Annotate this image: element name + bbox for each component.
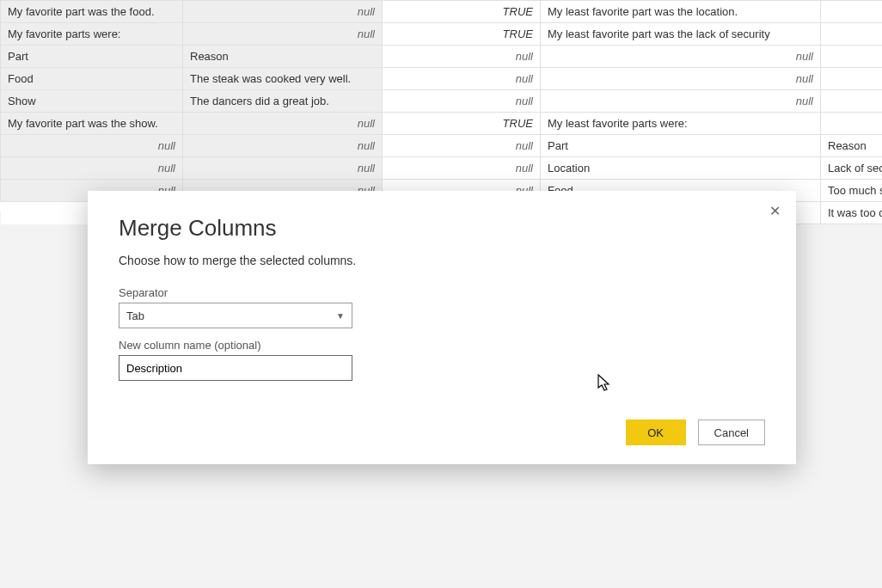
- cell[interactable]: null: [383, 68, 541, 90]
- new-column-input[interactable]: [119, 355, 352, 381]
- cell[interactable]: null: [183, 113, 383, 135]
- cell[interactable]: Reason: [183, 46, 383, 68]
- cell[interactable]: The dancers did a great job.: [183, 90, 383, 113]
- table-row[interactable]: My favorite part was the show.nullTRUEMy…: [1, 113, 883, 135]
- cell[interactable]: My least favorite part was the location.: [541, 1, 821, 23]
- separator-select[interactable]: Tab ▼: [119, 303, 352, 328]
- cell[interactable]: null: [383, 90, 541, 113]
- cancel-button[interactable]: Cancel: [698, 420, 765, 445]
- dialog-subtitle: Choose how to merge the selected columns…: [119, 254, 765, 267]
- chevron-down-icon: ▼: [336, 311, 345, 321]
- cell[interactable]: It was too cold: [821, 202, 883, 224]
- cell[interactable]: My least favorite parts were:: [541, 113, 821, 135]
- cell[interactable]: null: [1, 135, 183, 157]
- cell[interactable]: Part: [541, 135, 821, 157]
- cell[interactable]: null: [183, 23, 383, 46]
- cell[interactable]: null: [183, 1, 383, 23]
- ok-button[interactable]: OK: [626, 420, 686, 445]
- cell[interactable]: TRUE: [383, 23, 541, 46]
- cell[interactable]: null: [541, 68, 821, 90]
- table-row[interactable]: FoodThe steak was cooked very well.nulln…: [1, 68, 883, 90]
- new-column-label: New column name (optional): [119, 339, 765, 352]
- cell[interactable]: Location: [541, 157, 821, 180]
- cell[interactable]: Show: [1, 90, 183, 113]
- cell[interactable]: null: [383, 135, 541, 157]
- table-row[interactable]: nullnullnullPartReason: [1, 135, 883, 157]
- dialog-title: Merge Columns: [119, 215, 765, 242]
- cell[interactable]: Too much salt: [821, 180, 883, 202]
- cell[interactable]: null: [541, 46, 821, 68]
- cell[interactable]: null: [183, 157, 383, 180]
- cell[interactable]: [821, 113, 883, 135]
- cell[interactable]: My favorite parts were:: [1, 23, 183, 46]
- table-row[interactable]: My favorite parts were:nullTRUEMy least …: [1, 23, 883, 46]
- cell[interactable]: My least favorite part was the lack of s…: [541, 23, 821, 46]
- table-row[interactable]: nullnullnullLocationLack of security: [1, 157, 883, 180]
- cell[interactable]: null: [541, 90, 821, 113]
- cell[interactable]: null: [821, 46, 883, 68]
- cell[interactable]: The steak was cooked very well.: [183, 68, 383, 90]
- cell[interactable]: [821, 23, 883, 46]
- cell[interactable]: null: [821, 68, 883, 90]
- cell[interactable]: null: [1, 157, 183, 180]
- cell[interactable]: TRUE: [383, 113, 541, 135]
- cell[interactable]: [821, 1, 883, 23]
- close-icon[interactable]: ✕: [766, 199, 784, 223]
- cell[interactable]: null: [383, 46, 541, 68]
- cell[interactable]: null: [821, 90, 883, 113]
- separator-label: Separator: [119, 286, 765, 299]
- table-row[interactable]: ShowThe dancers did a great job.nullnull…: [1, 90, 883, 113]
- cell[interactable]: My favorite part was the show.: [1, 113, 183, 135]
- separator-value: Tab: [126, 309, 144, 322]
- cell[interactable]: TRUE: [383, 1, 541, 23]
- cell[interactable]: Part: [1, 46, 183, 68]
- cell[interactable]: Lack of security: [821, 157, 883, 180]
- cell[interactable]: Reason: [821, 135, 883, 157]
- merge-columns-dialog: ✕ Merge Columns Choose how to merge the …: [88, 191, 796, 464]
- table-row[interactable]: My favorite part was the food.nullTRUEMy…: [1, 1, 883, 23]
- cell[interactable]: Food: [1, 68, 183, 90]
- cell[interactable]: null: [383, 157, 541, 180]
- cell[interactable]: null: [183, 135, 383, 157]
- table-row[interactable]: PartReasonnullnullnull: [1, 46, 883, 68]
- cell[interactable]: My favorite part was the food.: [1, 1, 183, 23]
